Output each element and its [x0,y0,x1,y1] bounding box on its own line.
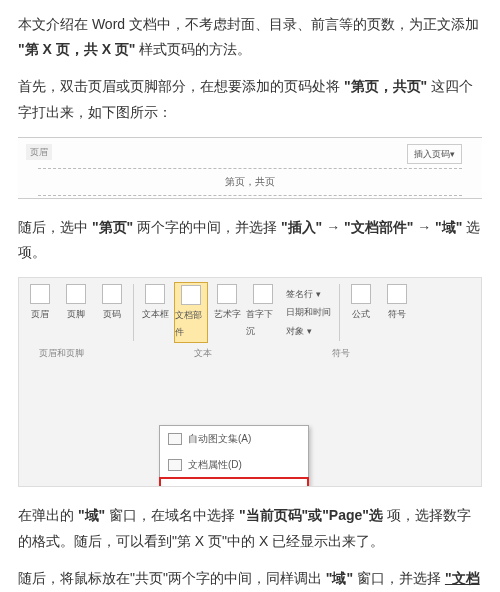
ribbon-footer-button: 页脚 [59,282,93,342]
group-symbol: 符号 [232,345,370,361]
dropdown-autotext: 自动图文集(A) [160,426,308,452]
footer-content: 第页，共页 [38,168,462,196]
screenshot-header-footer: 页眉 插入页码▾ 第页，共页 [18,137,482,199]
ribbon-textbox-button: 文本框 [138,282,172,342]
paragraph-3: 随后，选中 "第页" 两个字的中间，并选择 "插入" → "文档部件" → "域… [18,215,482,265]
ribbon-header-button: 页眉 [23,282,57,342]
quickparts-dropdown: 自动图文集(A) 文档属性(D) 域(F)... 构建基块管理器(B)... 将… [159,425,309,487]
ribbon-side-options: 签名行 ▾ 日期和时间 对象 ▾ [282,282,335,342]
group-header-footer: 页眉和页脚 [19,345,104,361]
screenshot-word-ribbon: 页眉 页脚 页码 文本框 文档部件 艺术字 首字下沉 签名行 ▾ 日期和时间 对… [18,277,482,487]
paragraph-1: 本文介绍在 Word 文档中，不考虑封面、目录、前言等的页数，为正文添加 "第 … [18,12,482,62]
dropdown-docprops: 文档属性(D) [160,452,308,478]
ribbon-pagenum-button: 页码 [95,282,129,342]
ribbon-formula-button: 公式 [344,282,378,342]
ribbon-dropcap-button: 首字下沉 [246,282,280,342]
header-label: 页眉 [26,144,52,160]
dropdown-field-highlighted: 域(F)... [159,477,309,487]
paragraph-5: 随后，将鼠标放在"共页"两个字的中间，同样调出 "域" 窗口，并选择 "文档的页… [18,566,482,592]
paragraph-2: 首先，双击页眉或页脚部分，在想要添加的页码处将 "第页，共页" 这四个字打出来，… [18,74,482,124]
paragraph-4: 在弹出的 "域" 窗口，在域名中选择 "当前页码"或"Page"选 项，选择数字… [18,503,482,553]
insert-page-tab: 插入页码▾ [407,144,462,164]
ribbon-symbol-button: 符号 [380,282,414,342]
group-text: 文本 [104,345,232,361]
ribbon-quickparts-button: 文档部件 [174,282,208,342]
ribbon-wordart-button: 艺术字 [210,282,244,342]
